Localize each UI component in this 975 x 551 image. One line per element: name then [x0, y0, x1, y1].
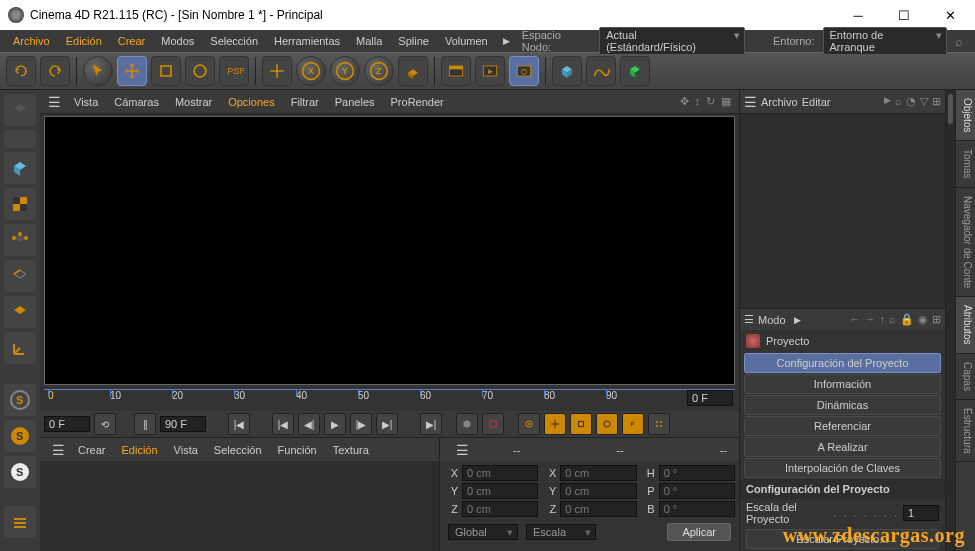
- menu-crear[interactable]: Crear: [111, 30, 153, 52]
- add-spline-button[interactable]: [586, 56, 616, 86]
- viewport-menu-icon[interactable]: ☰: [44, 94, 65, 110]
- viewport-rotate-icon[interactable]: ↻: [706, 95, 715, 108]
- escala-proyecto-input[interactable]: [903, 505, 939, 521]
- maximize-button[interactable]: ☐: [881, 0, 927, 30]
- options-button[interactable]: [4, 506, 36, 538]
- material-menu-icon[interactable]: ☰: [48, 442, 69, 458]
- poly-mode-button[interactable]: [4, 296, 36, 328]
- time-ruler[interactable]: 0 10 20 30 40 50 60 70 80 90: [44, 389, 735, 411]
- key-pla-button[interactable]: [648, 413, 670, 435]
- axis-z-button[interactable]: Z: [364, 56, 394, 86]
- edge-mode-button[interactable]: [4, 260, 36, 292]
- attr-menu-icon[interactable]: ☰: [744, 313, 754, 326]
- menu-herramientas[interactable]: Herramientas: [267, 30, 347, 52]
- viewport-move-icon[interactable]: ✥: [680, 95, 689, 108]
- move-tool[interactable]: [117, 56, 147, 86]
- menu-volumen[interactable]: Volumen: [438, 30, 495, 52]
- coords-apply-button[interactable]: Aplicar: [667, 523, 731, 541]
- pos-y-input[interactable]: 0 cm: [462, 483, 538, 499]
- view-vista[interactable]: Vista: [67, 96, 105, 108]
- mat-edicion[interactable]: Edición: [115, 444, 165, 456]
- key-sel-button[interactable]: [518, 413, 540, 435]
- add-cube-button[interactable]: [552, 56, 582, 86]
- workplane-button[interactable]: S: [4, 420, 36, 452]
- mat-crear[interactable]: Crear: [71, 444, 113, 456]
- render-view-button[interactable]: [441, 56, 471, 86]
- objects-tree[interactable]: [740, 114, 945, 308]
- add-generator-button[interactable]: [620, 56, 650, 86]
- size-x-input[interactable]: 0 cm: [560, 465, 636, 481]
- menu-spline[interactable]: Spline: [391, 30, 436, 52]
- texture-mode-button[interactable]: [4, 188, 36, 220]
- side-tab-capas[interactable]: Capas: [956, 354, 975, 400]
- entorno-combo[interactable]: Entorno de Arranque: [823, 27, 947, 55]
- redo-button[interactable]: [40, 56, 70, 86]
- end-frame-input[interactable]: [160, 416, 206, 432]
- close-button[interactable]: ✕: [927, 0, 973, 30]
- attr-new-icon[interactable]: ⊞: [932, 313, 941, 326]
- menu-malla[interactable]: Malla: [349, 30, 389, 52]
- start-frame-input[interactable]: [44, 416, 90, 432]
- mat-vista[interactable]: Vista: [167, 444, 205, 456]
- pos-x-input[interactable]: 0 cm: [462, 465, 538, 481]
- attr-nav-fwd-icon[interactable]: →: [865, 313, 876, 326]
- size-z-input[interactable]: 0 cm: [560, 501, 636, 517]
- goto-end-button[interactable]: ▶|: [420, 413, 442, 435]
- objects-editar[interactable]: Editar: [802, 96, 831, 108]
- view-filtrar[interactable]: Filtrar: [284, 96, 326, 108]
- goto-start-button[interactable]: |◀: [228, 413, 250, 435]
- coord-sys-button[interactable]: [398, 56, 428, 86]
- attr-tab-dinamicas[interactable]: Dinámicas: [744, 395, 941, 415]
- rot-h-input[interactable]: 0 °: [659, 465, 735, 481]
- scale-tool[interactable]: [151, 56, 181, 86]
- model-mode-button[interactable]: [4, 94, 36, 126]
- attr-scrollbar[interactable]: [945, 90, 955, 551]
- next-key-button[interactable]: ▶|: [376, 413, 398, 435]
- next-frame-button[interactable]: |▶: [350, 413, 372, 435]
- menu-modos[interactable]: Modos: [154, 30, 201, 52]
- objects-filter-icon[interactable]: ▽: [920, 95, 928, 108]
- view-prorender[interactable]: ProRender: [384, 96, 451, 108]
- espacio-nodo-combo[interactable]: Actual (Estándard/Físico): [599, 27, 745, 55]
- key-scl-button[interactable]: [570, 413, 592, 435]
- snap-button[interactable]: S: [4, 384, 36, 416]
- rot-b-input[interactable]: 0 °: [659, 501, 735, 517]
- key-param-button[interactable]: P: [622, 413, 644, 435]
- coord-scale-select[interactable]: Escala: [526, 524, 596, 540]
- viewport-layout-icon[interactable]: ▦: [721, 95, 731, 108]
- coord-menu-icon[interactable]: ☰: [452, 442, 473, 458]
- objects-menu-icon[interactable]: ☰: [744, 94, 757, 110]
- render-pv-button[interactable]: [475, 56, 505, 86]
- play-button[interactable]: ▶: [324, 413, 346, 435]
- prev-frame-button[interactable]: ◀|: [298, 413, 320, 435]
- undo-button[interactable]: [6, 56, 36, 86]
- attr-tab-arealizar[interactable]: A Realizar: [744, 437, 941, 457]
- view-opciones[interactable]: Opciones: [221, 96, 281, 108]
- viewport-zoom-icon[interactable]: ↕: [695, 95, 701, 108]
- search-icon[interactable]: ⌕: [949, 34, 969, 49]
- mat-funcion[interactable]: Función: [271, 444, 324, 456]
- view-mostrar[interactable]: Mostrar: [168, 96, 219, 108]
- rot-p-input[interactable]: 0 °: [659, 483, 735, 499]
- size-y-input[interactable]: 0 cm: [560, 483, 636, 499]
- axis-x-button[interactable]: X: [296, 56, 326, 86]
- 3d-viewport[interactable]: [44, 116, 735, 385]
- attr-eye-icon[interactable]: ◉: [918, 313, 928, 326]
- axis-mode-button[interactable]: [4, 332, 36, 364]
- attr-modo[interactable]: Modo: [758, 314, 786, 326]
- object-mode-button[interactable]: [4, 152, 36, 184]
- side-tab-objetos[interactable]: Objetos: [956, 90, 975, 141]
- psr-tool[interactable]: PSR: [219, 56, 249, 86]
- autokey-button[interactable]: [482, 413, 504, 435]
- range-button[interactable]: ‖: [134, 413, 156, 435]
- select-tool[interactable]: [83, 56, 113, 86]
- side-tab-tomas[interactable]: Tomas: [956, 141, 975, 187]
- mat-textura[interactable]: Textura: [326, 444, 376, 456]
- menu-edicion[interactable]: Edición: [59, 30, 109, 52]
- attr-modo-arrow-icon[interactable]: ▶: [790, 315, 805, 325]
- record-button[interactable]: [456, 413, 478, 435]
- attr-tab-interpolacion[interactable]: Interpolación de Claves: [744, 458, 941, 478]
- loop-toggle[interactable]: ⟲: [94, 413, 116, 435]
- prev-key-button[interactable]: |◀: [272, 413, 294, 435]
- minimize-button[interactable]: ─: [835, 0, 881, 30]
